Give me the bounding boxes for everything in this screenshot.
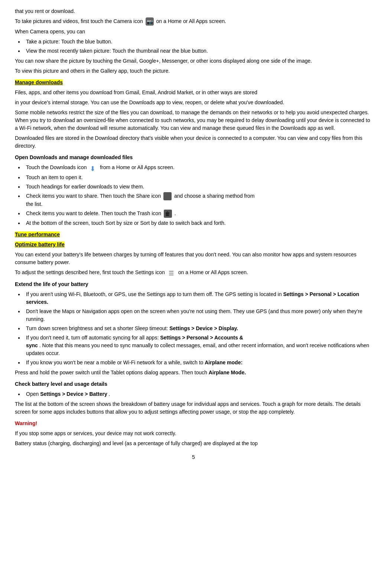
list-item: Don't leave the Maps or Navigation apps … bbox=[15, 308, 372, 323]
list-item: Open Settings > Device > Battery . bbox=[15, 390, 372, 398]
extend-battery-section: Extend the life of your battery If you a… bbox=[15, 280, 372, 377]
optimize-battery-header: Optimize battery life bbox=[15, 242, 65, 247]
intro-text: that you rent or download. bbox=[15, 7, 372, 15]
list-item: View the most recently taken picture: To… bbox=[15, 47, 372, 55]
check-battery-p1: The list at the bottom of the screen sho… bbox=[15, 400, 372, 416]
check-battery-section: Check battery level and usage details Op… bbox=[15, 380, 372, 416]
list-item: Touch the Downloads icon from a Home or … bbox=[15, 164, 372, 172]
camera-share-text: You can now share the picture by touchin… bbox=[15, 57, 372, 65]
manage-downloads-p3: Some mobile networks restrict the size o… bbox=[15, 109, 372, 132]
list-item: Touch an item to open it. bbox=[15, 174, 372, 181]
manage-downloads-p1: Files, apps, and other items you downloa… bbox=[15, 89, 372, 96]
warning-heading: Warning! bbox=[15, 420, 372, 427]
download-icon bbox=[89, 164, 97, 172]
open-downloads-section: Open Downloads and manage downloaded fil… bbox=[15, 154, 372, 227]
manage-downloads-heading: Manage downloads bbox=[15, 79, 372, 86]
list-item: Take a picture: Touch the blue button. bbox=[15, 38, 372, 46]
check-battery-list: Open Settings > Device > Battery . bbox=[15, 390, 372, 398]
share-icon bbox=[163, 192, 172, 200]
manage-downloads-p2: in your device's internal storage. You c… bbox=[15, 99, 372, 106]
trash-icon bbox=[164, 210, 172, 218]
extend-battery-list: If you aren't using Wi-Fi, Bluetooth, or… bbox=[15, 290, 372, 367]
optimize-battery-heading: Optimize battery life bbox=[15, 241, 372, 249]
list-item: If you don't need it, turn off automatic… bbox=[15, 334, 372, 357]
camera-section: To take pictures and videos, first touch… bbox=[15, 17, 372, 75]
manage-downloads-p4: Downloaded files are stored in the Downl… bbox=[15, 134, 372, 150]
warning-p1: If you stop some apps or services, your … bbox=[15, 430, 372, 437]
list-item: Turn down screen brightness and set a sh… bbox=[15, 325, 372, 332]
tune-performance-section: Tune performance Optimize battery life Y… bbox=[15, 231, 372, 277]
check-battery-heading: Check battery level and usage details bbox=[15, 380, 372, 388]
open-downloads-list: Touch the Downloads icon from a Home or … bbox=[15, 164, 372, 227]
optimize-battery-p2: To adjust the settings described here, f… bbox=[15, 269, 372, 277]
list-item: Check items you want to share. Then touc… bbox=[15, 192, 372, 208]
page-content: that you rent or download. To take pictu… bbox=[15, 7, 372, 461]
list-item: Check items you want to delete. Then tou… bbox=[15, 210, 372, 218]
camera-bullets-list: Take a picture: Touch the blue button. V… bbox=[15, 38, 372, 55]
camera-line1: To take pictures and videos, first touch… bbox=[15, 17, 372, 26]
list-item: At the bottom of the screen, touch Sort … bbox=[15, 219, 372, 227]
tune-performance-heading: Tune performance bbox=[15, 231, 372, 239]
manage-downloads-section: Manage downloads Files, apps, and other … bbox=[15, 79, 372, 150]
list-item: If you know you won't be near a mobile o… bbox=[15, 359, 372, 367]
extend-battery-heading: Extend the life of your battery bbox=[15, 280, 372, 288]
settings-icon bbox=[168, 269, 176, 277]
tune-performance-header: Tune performance bbox=[15, 231, 60, 237]
open-downloads-heading: Open Downloads and manage downloaded fil… bbox=[15, 154, 372, 161]
airplane-mode-text: Press and hold the power switch until th… bbox=[15, 369, 372, 377]
list-item: Touch headings for earlier downloads to … bbox=[15, 183, 372, 191]
manage-downloads-header: Manage downloads bbox=[15, 79, 63, 85]
warning-p2: Battery status (charging, discharging) a… bbox=[15, 440, 372, 447]
optimize-battery-p1: You can extend your battery's life betwe… bbox=[15, 251, 372, 266]
camera-gallery-text: To view this picture and others in the G… bbox=[15, 67, 372, 75]
camera-line2: When Camera opens, you can bbox=[15, 28, 372, 36]
list-item: If you aren't using Wi-Fi, Bluetooth, or… bbox=[15, 290, 372, 306]
page-number: 5 bbox=[15, 453, 372, 461]
camera-icon bbox=[146, 17, 154, 26]
warning-section: Warning! If you stop some apps or servic… bbox=[15, 420, 372, 447]
